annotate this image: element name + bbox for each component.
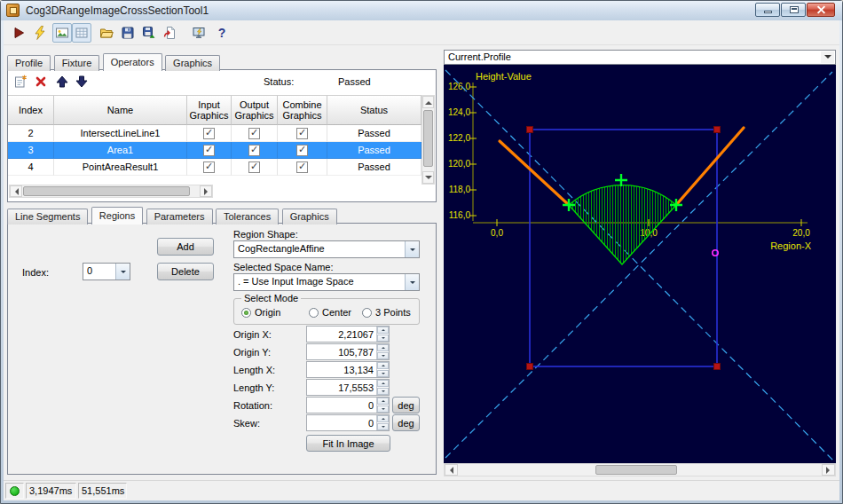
add-region-button[interactable]: Add <box>157 238 214 256</box>
open-button[interactable] <box>97 23 116 43</box>
profile-plot[interactable]: Height-Value 126,0 124,0 122,0 120,0 118… <box>444 65 836 463</box>
move-down-button[interactable] <box>73 73 91 91</box>
tab-operators[interactable]: Operators <box>103 53 162 71</box>
table-row-intersectlineline1[interactable]: 2 IntersectLineLine1 Passed <box>8 125 422 142</box>
table-row-pointarearesult1[interactable]: 4 PointAreaResult1 Passed <box>8 159 422 176</box>
run-button[interactable] <box>9 23 28 43</box>
combo-arrow-button[interactable] <box>405 274 419 290</box>
tab-profile[interactable]: Profile <box>7 55 51 71</box>
scroll-right-button[interactable] <box>200 185 212 197</box>
spin-up-button[interactable] <box>377 380 389 387</box>
region-shape-combo[interactable]: CogRectangleAffine <box>233 240 420 258</box>
tab-fixture[interactable]: Fixture <box>54 55 100 71</box>
output-graphics-checkbox[interactable] <box>248 128 260 139</box>
tab-tolerances[interactable]: Tolerances <box>216 209 279 224</box>
corner-handle[interactable] <box>714 127 721 133</box>
scroll-left-button[interactable] <box>445 464 458 476</box>
scroll-left-button[interactable] <box>10 185 22 197</box>
operators-vertical-scrollbar[interactable] <box>422 95 435 185</box>
tab-parameters[interactable]: Parameters <box>146 209 213 224</box>
header-combine-graphics[interactable]: Combine Graphics <box>278 96 327 125</box>
live-display-button[interactable] <box>189 23 209 43</box>
horizontal-scroll-thumb[interactable] <box>595 465 677 475</box>
header-status[interactable]: Status <box>327 96 422 125</box>
move-up-button[interactable] <box>53 73 71 91</box>
combo-arrow-button[interactable] <box>821 51 834 63</box>
horizontal-scroll-thumb[interactable] <box>23 186 190 196</box>
length-y-input[interactable] <box>307 380 376 395</box>
table-row-area1[interactable]: 3 Area1 Passed <box>8 142 422 159</box>
origin-y-input[interactable] <box>307 344 376 359</box>
output-graphics-checkbox[interactable] <box>248 161 260 173</box>
scroll-right-button[interactable] <box>822 464 835 476</box>
combo-arrow-button[interactable] <box>405 241 419 257</box>
spin-up-button[interactable] <box>377 344 389 351</box>
profile-plot-canvas[interactable]: Height-Value 126,0 124,0 122,0 120,0 118… <box>444 65 836 463</box>
header-input-graphics[interactable]: Input Graphics <box>187 96 232 125</box>
combine-graphics-checkbox[interactable] <box>296 161 308 173</box>
tab-line-segments[interactable]: Line Segments <box>7 209 88 224</box>
spin-up-button[interactable] <box>377 415 389 422</box>
input-graphics-checkbox[interactable] <box>203 161 215 173</box>
spin-down-button[interactable] <box>377 335 389 342</box>
header-name[interactable]: Name <box>54 96 187 125</box>
mode-center-radio[interactable]: Center <box>309 307 351 318</box>
skew-input[interactable] <box>307 415 376 430</box>
tab-graphics[interactable]: Graphics <box>165 55 220 71</box>
corner-handle[interactable] <box>714 364 721 370</box>
save-button[interactable] <box>118 23 138 43</box>
corner-handle[interactable] <box>527 364 533 370</box>
header-output-graphics[interactable]: Output Graphics <box>232 96 278 125</box>
origin-x-input[interactable] <box>307 327 376 342</box>
delete-region-button[interactable]: Delete <box>157 263 214 280</box>
spin-down-button[interactable] <box>377 388 389 395</box>
header-index[interactable]: Index <box>8 96 54 125</box>
fit-in-image-button[interactable]: Fit In Image <box>306 435 390 452</box>
vertical-scroll-thumb[interactable] <box>423 110 433 167</box>
combine-graphics-checkbox[interactable] <box>296 145 308 156</box>
input-graphics-checkbox[interactable] <box>203 145 215 156</box>
skew-deg-button[interactable]: deg <box>392 414 420 431</box>
maximize-button[interactable] <box>781 3 806 17</box>
rotation-deg-button[interactable]: deg <box>392 397 420 413</box>
close-button[interactable] <box>807 3 835 17</box>
selected-space-combo[interactable]: . = Use Input Image Space <box>233 273 420 291</box>
scroll-down-button[interactable] <box>422 171 434 184</box>
delete-operator-button[interactable] <box>32 73 50 91</box>
graphics-display-button[interactable] <box>72 23 91 43</box>
save-results-button[interactable] <box>139 23 159 43</box>
profile-selector-combo[interactable]: Current.Profile <box>444 50 836 65</box>
titlebar[interactable]: Cog3DRangeImageCrossSectionTool1 <box>1 1 842 20</box>
combo-arrow-button[interactable] <box>115 264 130 280</box>
spin-down-button[interactable] <box>377 370 389 377</box>
image-display-button[interactable] <box>52 23 72 43</box>
mode-origin-radio[interactable]: Origin <box>241 307 280 318</box>
scroll-up-button[interactable] <box>422 96 434 108</box>
corner-handle[interactable] <box>527 127 533 133</box>
spin-down-button[interactable] <box>377 406 389 413</box>
new-operator-button[interactable] <box>12 73 29 91</box>
spin-up-button[interactable] <box>377 362 389 369</box>
tab-regions[interactable]: Regions <box>91 207 143 224</box>
operators-horizontal-scrollbar[interactable] <box>9 185 213 198</box>
plot-horizontal-scrollbar[interactable] <box>444 463 836 476</box>
live-run-button[interactable] <box>30 23 50 43</box>
arrow-right-icon <box>826 467 833 474</box>
spin-down-button[interactable] <box>377 352 389 359</box>
length-x-input[interactable] <box>307 362 376 377</box>
output-graphics-checkbox[interactable] <box>248 145 260 156</box>
mode-3points-radio[interactable]: 3 Points <box>362 307 411 318</box>
rotation-input[interactable] <box>307 398 376 413</box>
radio-icon <box>241 308 251 318</box>
minimize-button[interactable] <box>755 3 780 17</box>
origin-x-label: Origin X: <box>233 329 272 340</box>
spin-up-button[interactable] <box>377 327 389 334</box>
combine-graphics-checkbox[interactable] <box>296 128 308 139</box>
import-button[interactable] <box>161 23 180 43</box>
tab-graphics-lower[interactable]: Graphics <box>282 209 337 224</box>
spin-down-button[interactable] <box>377 423 389 430</box>
spin-up-button[interactable] <box>377 398 389 405</box>
input-graphics-checkbox[interactable] <box>203 128 215 139</box>
help-button[interactable]: ? <box>212 23 232 43</box>
region-index-combo[interactable]: 0 <box>83 263 130 280</box>
